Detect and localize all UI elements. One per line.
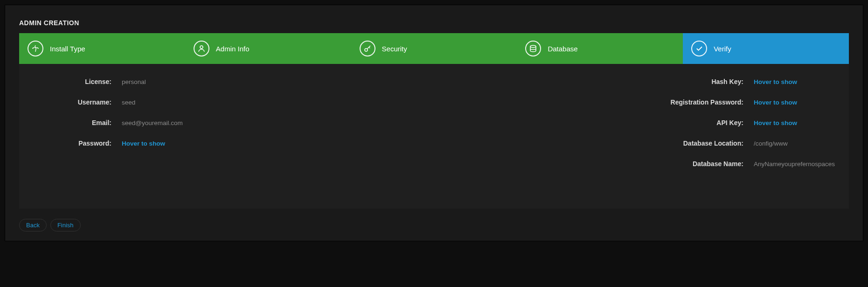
step-verify[interactable]: Verify [683,33,849,64]
step-database[interactable]: Database [517,33,683,64]
field-db-name: Database Name: AnyNameyouprefernospaces [329,160,835,168]
step-install-type[interactable]: Install Type [19,33,185,64]
svg-point-1 [365,49,368,51]
field-label-reg-password: Registration Password: [329,98,754,106]
field-label-email: Email: [33,119,122,126]
step-label: Database [548,45,577,53]
field-api-key: API Key: Hover to show [329,119,835,126]
field-value-license: personal [122,78,146,85]
field-label-db-name: Database Name: [329,160,754,168]
field-label-db-location: Database Location: [329,140,754,147]
field-password: Password: Hover to show [33,140,329,147]
verify-icon [691,41,707,56]
back-button[interactable]: Back [19,219,47,231]
svg-point-0 [200,46,203,49]
step-label: Install Type [50,45,85,53]
hover-to-show-api-key[interactable]: Hover to show [754,119,797,126]
admin-info-icon [194,41,209,56]
step-label: Security [382,45,407,53]
security-icon [360,41,375,56]
install-type-icon [28,41,43,56]
step-security[interactable]: Security [351,33,517,64]
field-username: Username: seed [33,98,329,106]
database-icon [525,41,541,56]
hover-to-show-hash-key[interactable]: Hover to show [754,78,797,85]
field-label-api-key: API Key: [329,119,754,126]
field-label-hash-key: Hash Key: [329,78,754,85]
wizard-steps: Install Type Admin Info Security Databas… [19,33,849,64]
step-label: Verify [714,45,731,53]
wizard-footer: Back Finish [19,219,849,231]
hover-to-show-password[interactable]: Hover to show [122,140,165,147]
svg-point-2 [530,45,536,48]
field-value-db-name: AnyNameyouprefernospaces [754,161,835,168]
field-hash-key: Hash Key: Hover to show [329,78,835,85]
field-label-license: License: [33,78,122,85]
verify-content: License: personal Username: seed Email: … [19,64,849,209]
field-license: License: personal [33,78,329,85]
field-email: Email: seed@youremail.com [33,119,329,126]
field-value-email: seed@youremail.com [122,119,183,126]
right-column: Hash Key: Hover to show Registration Pas… [329,78,835,181]
field-label-password: Password: [33,140,122,147]
field-label-username: Username: [33,98,122,106]
field-db-location: Database Location: /config/www [329,140,835,147]
left-column: License: personal Username: seed Email: … [33,78,329,181]
field-value-db-location: /config/www [754,140,788,147]
page-title: ADMIN CREATION [19,19,849,27]
admin-creation-panel: ADMIN CREATION Install Type Admin Info S… [5,5,863,241]
field-value-username: seed [122,99,135,106]
step-label: Admin Info [216,45,250,53]
finish-button[interactable]: Finish [50,219,81,231]
hover-to-show-reg-password[interactable]: Hover to show [754,99,797,106]
field-reg-password: Registration Password: Hover to show [329,98,835,106]
step-admin-info[interactable]: Admin Info [185,33,351,64]
